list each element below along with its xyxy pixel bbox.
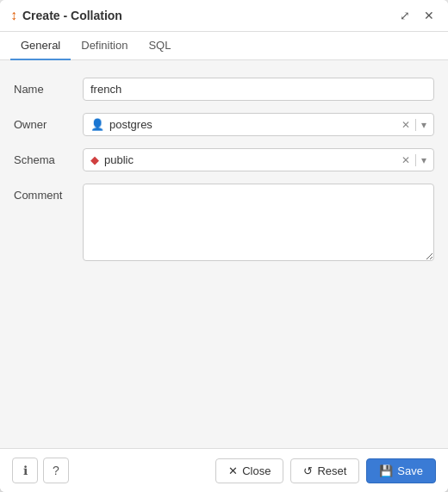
close-button[interactable]: ✕ Close xyxy=(215,458,283,483)
schema-diamond-icon: ◆ xyxy=(90,153,99,166)
owner-label: Owner xyxy=(14,113,83,131)
footer-right: ✕ Close ↺ Reset 💾 Save xyxy=(215,458,436,483)
footer-left: ℹ ? xyxy=(12,458,69,483)
title-left: ↕ Create - Collation xyxy=(10,8,122,23)
owner-select[interactable]: 👤 postgres ✕ ▾ xyxy=(83,113,434,136)
form-content: Name Owner 👤 postgres ✕ ▾ xyxy=(0,60,448,448)
info-button[interactable]: ℹ xyxy=(12,458,38,483)
tab-sql[interactable]: SQL xyxy=(138,32,181,60)
name-label: Name xyxy=(14,78,83,96)
title-bar: ↕ Create - Collation ⤢ ✕ xyxy=(0,0,448,32)
close-label: Close xyxy=(242,464,271,477)
expand-button[interactable]: ⤢ xyxy=(396,7,414,24)
name-input[interactable] xyxy=(83,78,434,101)
owner-dropdown-icon[interactable]: ▾ xyxy=(421,119,426,131)
schema-select-actions: ✕ ▾ xyxy=(401,154,426,166)
schema-clear-icon[interactable]: ✕ xyxy=(401,154,410,166)
schema-value: public xyxy=(104,153,134,166)
tab-bar: General Definition SQL xyxy=(0,32,448,60)
reset-button[interactable]: ↺ Reset xyxy=(290,458,359,483)
name-control xyxy=(83,78,434,101)
help-icon: ? xyxy=(53,464,59,477)
tab-general-label: General xyxy=(21,39,60,52)
tab-definition[interactable]: Definition xyxy=(71,32,138,60)
close-x-icon: ✕ xyxy=(228,464,238,477)
owner-user-icon: 👤 xyxy=(90,118,104,131)
save-button[interactable]: 💾 Save xyxy=(366,458,436,483)
owner-value: postgres xyxy=(109,118,152,131)
expand-icon: ⤢ xyxy=(400,9,410,22)
schema-select[interactable]: ◆ public ✕ ▾ xyxy=(83,148,434,171)
owner-clear-icon[interactable]: ✕ xyxy=(401,119,410,131)
save-icon: 💾 xyxy=(379,464,393,477)
title-actions: ⤢ ✕ xyxy=(396,7,438,24)
schema-row: Schema ◆ public ✕ ▾ xyxy=(14,148,434,171)
schema-control: ◆ public ✕ ▾ xyxy=(83,148,434,171)
schema-dropdown-icon[interactable]: ▾ xyxy=(421,154,426,166)
comment-label: Comment xyxy=(14,184,83,202)
schema-divider xyxy=(415,154,416,166)
schema-label: Schema xyxy=(14,148,83,166)
comment-row: Comment xyxy=(14,184,434,264)
collation-icon: ↕ xyxy=(10,8,17,23)
comment-control xyxy=(83,184,434,264)
owner-select-actions: ✕ ▾ xyxy=(401,119,426,131)
reset-icon: ↺ xyxy=(303,464,313,477)
comment-input[interactable] xyxy=(83,184,434,261)
owner-control: 👤 postgres ✕ ▾ xyxy=(83,113,434,136)
owner-divider xyxy=(415,119,416,131)
owner-select-left: 👤 postgres xyxy=(90,118,152,131)
create-collation-dialog: ↕ Create - Collation ⤢ ✕ General Definit… xyxy=(0,0,448,492)
dialog-close-button[interactable]: ✕ xyxy=(420,7,438,24)
footer: ℹ ? ✕ Close ↺ Reset 💾 Save xyxy=(0,448,448,492)
reset-label: Reset xyxy=(317,464,346,477)
tab-definition-label: Definition xyxy=(81,39,128,52)
save-label: Save xyxy=(397,464,423,477)
dialog-title: Create - Collation xyxy=(22,9,122,22)
tab-sql-label: SQL xyxy=(148,39,171,52)
schema-select-left: ◆ public xyxy=(90,153,134,166)
help-button[interactable]: ? xyxy=(43,458,69,483)
dialog-close-icon: ✕ xyxy=(424,9,434,22)
info-icon: ℹ xyxy=(23,464,28,477)
tab-general[interactable]: General xyxy=(10,32,71,60)
name-row: Name xyxy=(14,78,434,101)
owner-row: Owner 👤 postgres ✕ ▾ xyxy=(14,113,434,136)
